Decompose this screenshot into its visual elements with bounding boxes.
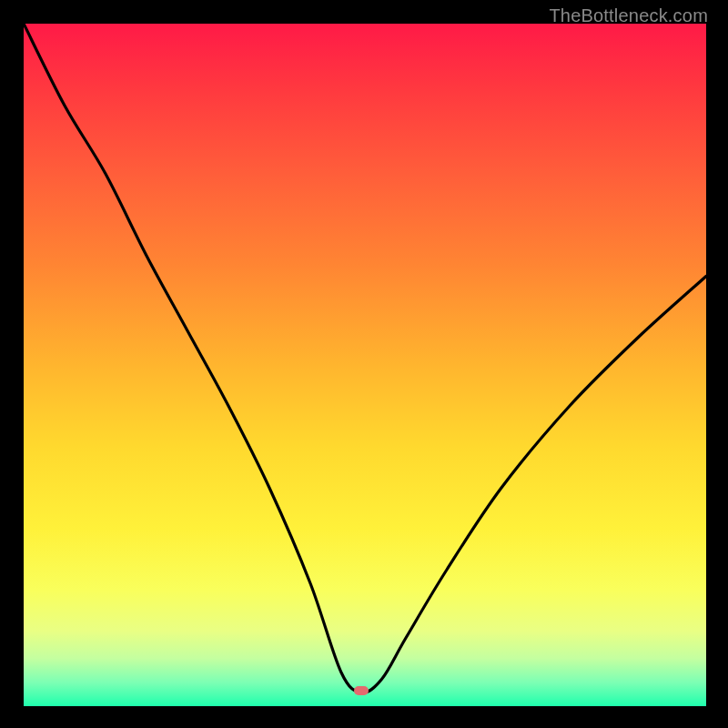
bottleneck-curve <box>24 24 706 706</box>
watermark-text: TheBottleneck.com <box>549 5 708 26</box>
plot-area <box>24 24 706 706</box>
curve-path <box>24 24 706 693</box>
optimal-point-marker <box>354 686 369 695</box>
chart-frame: TheBottleneck.com <box>0 0 728 728</box>
